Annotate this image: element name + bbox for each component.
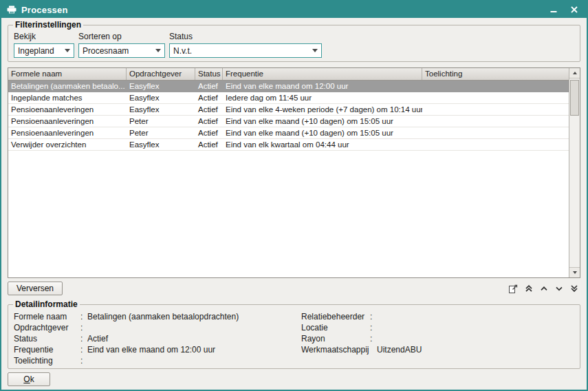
bekijk-value: Ingepland xyxy=(18,46,54,56)
move-up-button[interactable] xyxy=(537,282,550,295)
cell-frequentie: Eind van elke maand (+10 dagen) om 15:05… xyxy=(223,116,422,127)
double-chevron-down-icon xyxy=(569,284,579,293)
cell-status: Actief xyxy=(195,116,223,127)
cell-formele-naam: Verwijder overzichten xyxy=(8,139,127,150)
detail-separator: : xyxy=(80,356,87,367)
table-row[interactable]: Ingeplande matches Easyflex Actief Ieder… xyxy=(8,92,569,104)
detail-value: Actief xyxy=(87,334,301,345)
detail-label: Status xyxy=(14,334,80,345)
filter-group: Filterinstellingen Bekijk Ingepland Sort… xyxy=(8,25,580,62)
titlebar: Processen xyxy=(1,1,587,18)
table-row[interactable]: Pensioenaanleveringen Peter Actief Eind … xyxy=(8,116,569,127)
open-new-window-button[interactable] xyxy=(507,282,520,295)
detail-row: Opdrachtgever : xyxy=(14,323,301,334)
filter-field-status: Status N.v.t. xyxy=(169,32,322,58)
table-row[interactable]: Pensioenaanleveringen Easyflex Actief Ei… xyxy=(8,104,569,116)
minimize-button[interactable] xyxy=(547,3,560,16)
detail-row: Rayon : xyxy=(301,334,574,345)
detail-row: Locatie : xyxy=(301,323,574,334)
cell-status: Actief xyxy=(195,92,223,103)
ok-label-rest: k xyxy=(30,374,34,384)
detail-value xyxy=(377,312,574,323)
ok-button[interactable]: Ok xyxy=(8,372,50,386)
close-button[interactable] xyxy=(567,3,581,16)
detail-label: Werkmaatschappij xyxy=(301,345,370,356)
detail-value: Eind van elke maand om 12:00 uur xyxy=(87,345,301,356)
scrollbar-up-button[interactable] xyxy=(569,68,580,78)
cell-status: Actief xyxy=(195,139,223,150)
detail-group: Detailinformatie Formele naam : Betaling… xyxy=(8,304,580,369)
chevron-down-icon xyxy=(309,45,320,56)
scrollbar-thumb[interactable] xyxy=(570,80,579,116)
cell-status: Actief xyxy=(195,127,223,138)
cell-frequentie: Eind van elke maand (+10 dagen) om 15:05… xyxy=(223,127,422,138)
filter-field-sorteren: Sorteren op Procesnaam xyxy=(78,32,165,58)
details-right: Relatiebeheerder : Locatie : Rayon : Wer… xyxy=(301,312,574,367)
triangle-up-icon xyxy=(573,72,577,74)
table-row[interactable]: Pensioenaanleveringen Peter Actief Eind … xyxy=(8,127,569,139)
footer: Ok xyxy=(8,372,580,388)
table-scrollbar[interactable] xyxy=(569,68,580,277)
chevron-down-icon xyxy=(61,45,73,56)
column-header-toelichting[interactable]: Toelichting xyxy=(422,68,569,80)
details-columns: Formele naam : Betalingen (aanmaken beta… xyxy=(8,305,580,367)
detail-separator: : xyxy=(370,312,377,323)
cell-opdrachtgever: Easyflex xyxy=(127,139,195,150)
cell-frequentie: Iedere dag om 11:45 uur xyxy=(223,92,422,103)
column-header-opdrachtgever[interactable]: Opdrachtgever xyxy=(127,68,195,80)
detail-label: Opdrachtgever xyxy=(14,323,80,334)
table-body: Betalingen (aanmaken betaalo... Easyflex… xyxy=(8,81,580,151)
table-actions: Verversen xyxy=(8,281,580,296)
detail-row: Toelichting : xyxy=(14,356,301,367)
sorteren-value: Procesnaam xyxy=(83,46,129,56)
cell-toelichting xyxy=(422,92,569,103)
detail-label: Toelichting xyxy=(14,356,80,367)
detail-label: Relatiebeheerder xyxy=(301,312,370,323)
table-row[interactable]: Betalingen (aanmaken betaalo... Easyflex… xyxy=(8,81,569,92)
filter-fields: Bekijk Ingepland Sorteren op Procesnaam … xyxy=(8,25,580,58)
sorteren-dropdown[interactable]: Procesnaam xyxy=(78,43,165,58)
cell-opdrachtgever: Peter xyxy=(127,116,195,127)
detail-label: Locatie xyxy=(301,323,370,334)
status-dropdown[interactable]: N.v.t. xyxy=(169,43,322,58)
move-last-button[interactable] xyxy=(567,282,580,295)
table-row[interactable]: Verwijder overzichten Easyflex Actief Ei… xyxy=(8,139,569,151)
move-first-button[interactable] xyxy=(522,282,535,295)
scrollbar-down-button[interactable] xyxy=(569,267,580,277)
cell-frequentie: Eind van elke 4-weken periode (+7 dagen)… xyxy=(223,104,422,115)
cell-toelichting xyxy=(422,104,569,115)
detail-row: Status : Actief xyxy=(14,334,301,345)
column-header-formele-naam[interactable]: Formele naam xyxy=(8,68,127,80)
window-title: Processen xyxy=(21,5,540,15)
detail-value xyxy=(87,356,301,367)
cell-formele-naam: Pensioenaanleveringen xyxy=(8,104,127,115)
detail-label: Rayon xyxy=(301,334,370,345)
column-header-frequentie[interactable]: Frequentie xyxy=(223,68,422,80)
bekijk-dropdown[interactable]: Ingepland xyxy=(14,43,74,58)
detail-row: Relatiebeheerder : xyxy=(301,312,574,323)
close-icon xyxy=(571,6,578,13)
processes-window: Processen Filterinstellingen Bekijk Inge… xyxy=(0,0,588,391)
move-down-button[interactable] xyxy=(552,282,565,295)
cell-toelichting xyxy=(422,127,569,138)
detail-value xyxy=(377,334,574,345)
column-header-status[interactable]: Status xyxy=(195,68,223,80)
bekijk-label: Bekijk xyxy=(14,32,74,41)
cell-status: Actief xyxy=(195,104,223,115)
cell-formele-naam: Pensioenaanleveringen xyxy=(8,116,127,127)
chevron-up-icon xyxy=(539,284,549,293)
status-label: Status xyxy=(169,32,322,41)
chevron-down-icon xyxy=(152,45,164,56)
cell-formele-naam: Betalingen (aanmaken betaalo... xyxy=(8,81,127,92)
detail-separator: : xyxy=(80,323,87,334)
cell-toelichting xyxy=(422,81,569,92)
cell-formele-naam: Ingeplande matches xyxy=(8,92,127,103)
cell-opdrachtgever: Easyflex xyxy=(127,81,195,92)
refresh-button[interactable]: Verversen xyxy=(8,282,63,295)
detail-value xyxy=(87,323,301,334)
cell-frequentie: Eind van elke maand om 12:00 uur xyxy=(223,81,422,92)
filter-group-label: Filterinstellingen xyxy=(13,20,83,30)
detail-value: Betalingen (aanmaken betaalopdrachten) xyxy=(87,312,301,323)
filter-field-bekijk: Bekijk Ingepland xyxy=(14,32,74,58)
cell-opdrachtgever: Easyflex xyxy=(127,104,195,115)
